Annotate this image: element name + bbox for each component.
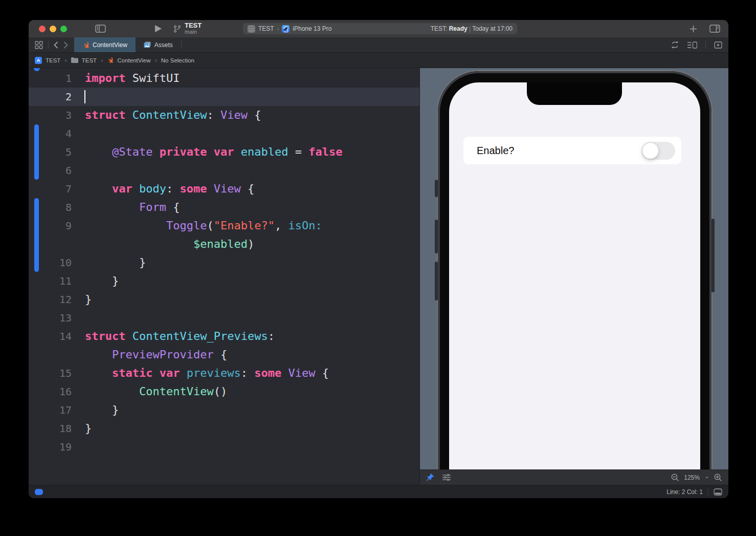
line-number[interactable]: 8 [29,198,72,217]
line-number[interactable]: 9 [29,217,72,235]
code-line[interactable]: 15 static var previews: some View { [29,364,419,382]
zoom-window-button[interactable] [60,26,67,32]
swap-editor-icon[interactable] [671,41,679,48]
zoom-out-icon[interactable] [671,474,679,482]
code-line[interactable]: 7 var body: some View { [29,180,419,198]
build-status: TEST: Ready | Today at 17:00 [431,25,513,32]
code-line[interactable]: PreviewProvider { [29,346,419,364]
related-items-grid-icon[interactable] [35,41,43,49]
scheme-app-icon [248,25,255,33]
code-line[interactable]: 19 [29,438,419,456]
source-editor[interactable]: 1import SwiftUI23struct ContentView: Vie… [29,68,420,485]
code-line[interactable]: 2 [29,88,419,106]
zoom-level[interactable]: 125% [684,474,700,481]
code-line[interactable]: 12} [29,290,419,309]
line-number[interactable]: 2 [29,88,72,106]
code-line[interactable]: 13 [29,309,419,327]
code-line[interactable]: 17 } [29,401,419,419]
code-text: } [72,419,92,438]
line-number[interactable]: 11 [29,272,72,290]
line-number[interactable]: 5 [29,143,72,161]
code-text: ContentView() [72,382,227,401]
add-editor-icon[interactable] [714,41,722,49]
line-number[interactable]: 3 [29,106,72,124]
go-forward-button[interactable] [63,41,68,49]
preview-canvas: Enable? [420,68,728,469]
breadcrumb-group[interactable]: TEST [82,57,97,63]
chevron-right-icon: › [101,56,103,64]
code-line[interactable]: 3struct ContentView: View { [29,106,419,124]
scheme-project-name[interactable]: TEST [258,25,274,32]
close-window-button[interactable] [39,26,46,32]
toggle-inspector-sidebar-icon[interactable] [709,25,720,33]
line-number[interactable]: 10 [29,253,72,272]
code-text: } [72,290,92,309]
zoom-in-icon[interactable] [714,474,722,482]
code-text: $enabled) [72,235,254,253]
scheme-device-name[interactable]: iPhone 13 Pro [293,25,331,32]
go-back-button[interactable] [54,41,58,49]
library-plus-button[interactable] [690,25,697,33]
code-line[interactable]: 5 @State private var enabled = false [29,143,419,161]
code-text: PreviewProvider { [72,346,227,364]
code-line[interactable]: 9 Toggle("Enable?", isOn: [29,217,419,235]
branch-name: main [185,29,202,35]
tab-assets[interactable]: Assets [136,37,181,52]
code-text: } [72,272,119,290]
folder-icon [71,57,78,63]
tab-contentview[interactable]: ContentView [74,37,136,52]
code-line[interactable]: $enabled) [29,235,419,253]
active-scheme-title[interactable]: TEST main [185,22,202,35]
code-lines: 1import SwiftUI23struct ContentView: Vie… [29,68,419,456]
line-number[interactable]: 17 [29,401,72,419]
code-text: struct ContentView_Previews: [72,327,275,346]
swift-file-icon [107,57,114,63]
scheme-status-pill[interactable]: TEST › iPhone 13 Pro TEST: Ready | Today… [243,23,517,34]
run-button[interactable] [154,25,162,33]
toggle-navigator-sidebar-icon[interactable] [95,25,106,33]
xcode-window: TEST main TEST › iPhone 13 Pro TEST: Rea… [29,20,728,498]
line-col-indicator: Line: 2 Col: 1 [666,488,703,496]
code-text: import SwiftUI [72,69,180,88]
breakpoint-indicator[interactable] [35,489,43,495]
editor-options-icon[interactable] [687,41,697,49]
line-number[interactable]: 4 [29,124,72,143]
code-text: static var previews: some View { [72,364,329,382]
line-number[interactable]: 15 [29,364,72,382]
code-line[interactable]: 18} [29,419,419,438]
breadcrumb-file[interactable]: ContentView [117,57,150,63]
volume-up-button [435,220,438,253]
line-number[interactable]: 16 [29,382,72,401]
toggle-debug-area-icon[interactable] [714,488,722,496]
code-text: Form { [72,198,180,217]
breadcrumb-selection[interactable]: No Selection [161,57,194,63]
breadcrumb-project[interactable]: TEST [46,57,60,63]
pin-preview-icon[interactable] [426,474,434,482]
line-number[interactable]: 14 [29,327,72,346]
code-line[interactable]: 4 [29,124,419,143]
preview-settings-icon[interactable] [442,474,451,481]
line-number[interactable]: 6 [29,161,72,180]
code-line[interactable]: 16 ContentView() [29,382,419,401]
line-number[interactable]: 18 [29,419,72,438]
code-text: struct ContentView: View { [72,106,261,124]
line-number[interactable]: 7 [29,180,72,198]
enable-toggle[interactable] [641,142,675,160]
chevron-right-icon: › [64,56,66,64]
code-line[interactable]: 8 Form { [29,198,419,217]
code-line[interactable]: 6 [29,161,419,180]
editor-tab-bar: ContentView Assets [29,37,728,53]
code-line[interactable]: 11 } [29,272,419,290]
code-text: var body: some View { [72,180,254,198]
line-number[interactable]: 19 [29,438,72,456]
code-line[interactable]: 1import SwiftUI [29,69,419,88]
preview-toolbar: 125% ⌄ [420,469,728,485]
code-line[interactable]: 14struct ContentView_Previews: [29,327,419,346]
code-text: @State private var enabled = false [72,143,342,161]
line-number[interactable]: 1 [29,69,72,88]
code-line[interactable]: 10 } [29,253,419,272]
line-number[interactable]: 12 [29,290,72,309]
line-number[interactable]: 13 [29,309,72,327]
toggle-knob [642,143,658,159]
minimize-window-button[interactable] [50,26,56,32]
